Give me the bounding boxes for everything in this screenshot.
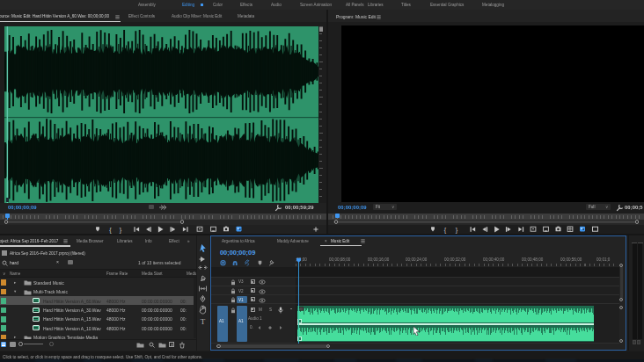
svg-text:{: { [444, 225, 447, 233]
svg-text:}: } [456, 225, 458, 233]
svg-text:T: T [201, 317, 206, 326]
svg-text:{: { [109, 225, 112, 233]
svg-text:}: } [120, 225, 122, 233]
